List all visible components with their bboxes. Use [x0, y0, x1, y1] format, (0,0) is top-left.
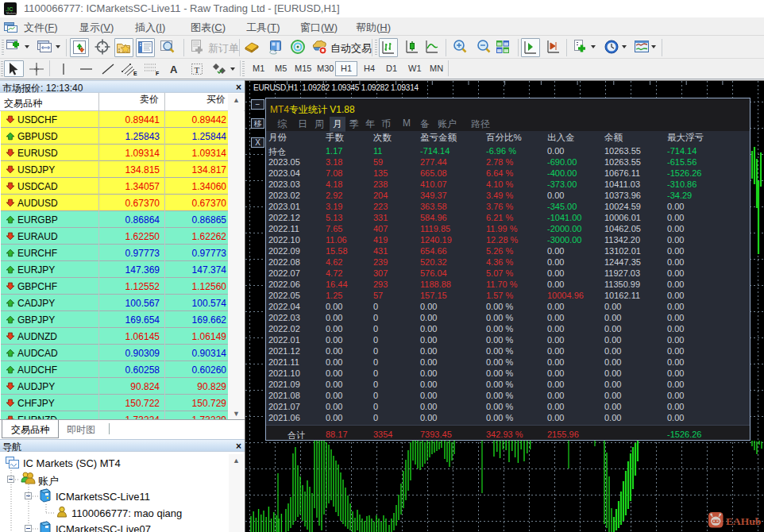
svg-text:F: F — [156, 71, 160, 76]
svg-text:T: T — [195, 65, 200, 75]
svg-text:E: E — [133, 71, 137, 76]
svg-text:Markets: Markets — [6, 12, 17, 15]
svg-text:EAHub: EAHub — [726, 515, 761, 527]
svg-text:.!C: .!C — [6, 6, 13, 12]
